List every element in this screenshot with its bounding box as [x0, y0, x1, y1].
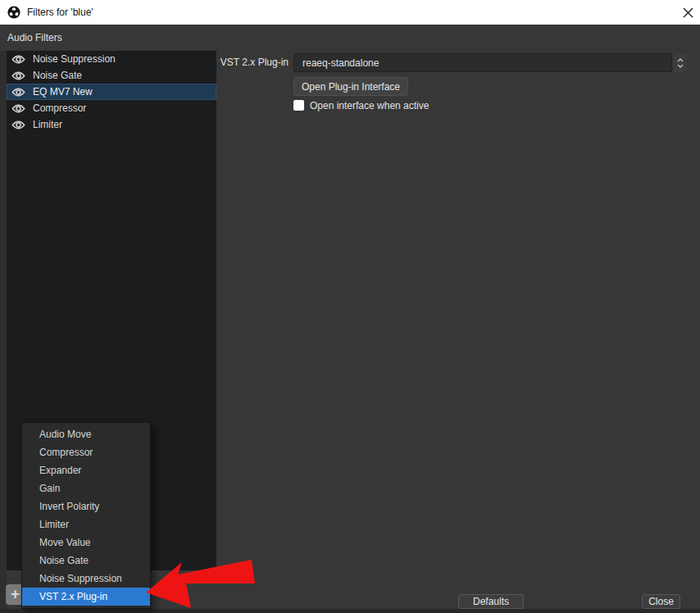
- menu-item-label: Expander: [39, 465, 81, 476]
- filter-name-label: EQ MV7 New: [33, 86, 93, 98]
- filter-list-item[interactable]: Limiter: [7, 116, 216, 133]
- left-margin: [0, 51, 7, 613]
- menu-item-label: Gain: [39, 483, 60, 494]
- filter-name-label: Limiter: [33, 119, 62, 130]
- filter-name-label: Noise Gate: [33, 70, 82, 81]
- chevron-down-icon: [677, 64, 684, 68]
- menu-item-label: Compressor: [39, 447, 93, 458]
- visibility-eye-icon[interactable]: [11, 120, 25, 129]
- window-close-button[interactable]: [675, 0, 700, 25]
- context-menu-item[interactable]: Move Value: [22, 534, 150, 552]
- chevron-up-icon: [677, 58, 684, 62]
- titlebar: Filters for 'blue': [0, 0, 700, 25]
- filters-dialog: Filters for 'blue' Audio Filters Noise S…: [0, 0, 700, 613]
- menu-item-label: Limiter: [39, 519, 69, 530]
- context-menu-item[interactable]: Expander: [22, 461, 150, 479]
- vst-plugin-spinner[interactable]: [674, 53, 687, 72]
- context-menu-item[interactable]: Noise Suppression: [22, 570, 150, 588]
- open-plugin-interface-button[interactable]: Open Plug-in Interface: [293, 77, 408, 96]
- vst-plugin-label: VST 2.x Plug-in: [216, 53, 289, 72]
- window-title: Filters for 'blue': [27, 7, 93, 18]
- visibility-eye-icon[interactable]: [11, 88, 25, 97]
- context-menu-item[interactable]: Limiter: [22, 515, 150, 534]
- menu-item-label: Move Value: [39, 537, 90, 548]
- window-bottom-edge: [0, 609, 700, 613]
- audio-filters-heading: Audio Filters: [7, 25, 62, 51]
- menu-item-label: Audio Move: [39, 429, 91, 440]
- vst-plugin-combobox[interactable]: reaeq-standalone: [293, 53, 672, 72]
- menu-item-label: Invert Polarity: [39, 501, 99, 512]
- close-button[interactable]: Close: [642, 594, 680, 609]
- menu-item-label: VST 2.x Plug-in: [39, 591, 107, 602]
- filter-list-item[interactable]: Noise Suppression: [7, 51, 216, 67]
- filter-name-label: Noise Suppression: [33, 53, 116, 65]
- filter-list-item[interactable]: Compressor: [7, 100, 216, 116]
- open-interface-checkbox[interactable]: [293, 100, 304, 111]
- vst-plugin-value: reaeq-standalone: [302, 57, 379, 69]
- menu-item-label: Noise Suppression: [39, 573, 122, 584]
- filter-name-label: Compressor: [33, 102, 86, 114]
- add-filter-context-menu: Audio Move Compressor Expander Gain Inve…: [21, 422, 151, 609]
- visibility-eye-icon[interactable]: [11, 104, 25, 113]
- context-menu-item[interactable]: VST 2.x Plug-in: [22, 588, 150, 606]
- open-interface-checkbox-row[interactable]: Open interface when active: [293, 99, 429, 111]
- menu-item-label: Noise Gate: [39, 555, 89, 566]
- filter-list-item[interactable]: EQ MV7 New: [7, 84, 216, 100]
- context-menu-item[interactable]: Invert Polarity: [22, 497, 150, 515]
- obs-logo-icon: [7, 6, 20, 19]
- context-menu-item[interactable]: Compressor: [22, 443, 150, 461]
- close-icon: [683, 7, 693, 18]
- context-menu-item[interactable]: Noise Gate: [22, 552, 150, 570]
- visibility-eye-icon[interactable]: [11, 71, 25, 80]
- context-menu-item[interactable]: Audio Move: [22, 425, 150, 443]
- visibility-eye-icon[interactable]: [11, 55, 25, 64]
- context-menu-item[interactable]: Gain: [22, 479, 150, 497]
- red-annotation-arrow: [139, 531, 262, 613]
- filter-list-item[interactable]: Noise Gate: [7, 67, 216, 84]
- open-interface-checkbox-label: Open interface when active: [310, 100, 429, 111]
- defaults-button[interactable]: Defaults: [458, 594, 524, 609]
